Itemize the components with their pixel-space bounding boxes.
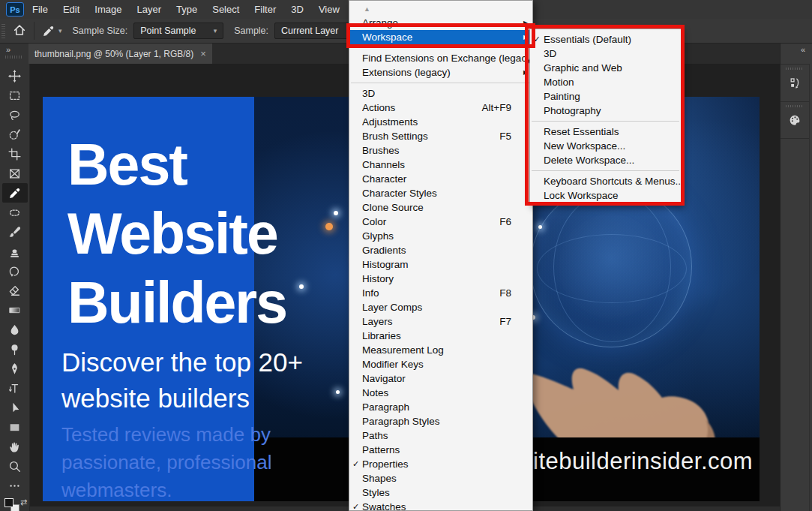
sample-size-dropdown[interactable]: Point Sample ▾ [133, 23, 223, 39]
orange-bokeh-dot [325, 223, 333, 230]
collapse-panels-icon[interactable]: « [801, 45, 805, 54]
foreground-background-colors[interactable]: ⇄ [4, 497, 25, 511]
window-menu-item-patterns[interactable]: Patterns [349, 443, 532, 457]
frame-tool[interactable] [2, 164, 28, 183]
menu-item-label: Layer Comps [362, 302, 511, 313]
zoom-tool[interactable] [2, 456, 28, 476]
window-menu-item-glyphs[interactable]: Glyphs [349, 229, 532, 243]
window-menu-item-histogram[interactable]: Histogram [349, 257, 532, 272]
window-menu-item-measurement-log[interactable]: Measurement Log [349, 343, 532, 357]
menu-item-label: Paragraph [362, 401, 511, 413]
bokeh-dot [334, 211, 338, 215]
eyedropper-tool[interactable] [2, 183, 28, 203]
dock-divider [809, 64, 810, 511]
document-tab[interactable]: thumbnail.png @ 50% (Layer 1, RGB/8) × [28, 44, 212, 64]
menu-item-label: 3D [362, 88, 511, 99]
sample-size-label: Sample Size: [73, 26, 128, 36]
pen-tool[interactable] [2, 359, 28, 378]
history-panel-button[interactable] [781, 64, 809, 101]
home-icon[interactable] [13, 23, 26, 39]
hand-tool[interactable] [2, 437, 28, 456]
right-panel-dock: « [780, 44, 812, 511]
window-menu-item-history[interactable]: History [349, 272, 532, 286]
checkmark-icon: ✓ [349, 502, 362, 511]
photoshop-window: itebuilderinsider.com Best Website Build… [0, 0, 812, 511]
menubar-item-select[interactable]: Select [205, 2, 246, 17]
window-menu-item-modifier-keys[interactable]: Modifier Keys [349, 357, 532, 371]
foreground-color-swatch[interactable] [4, 498, 13, 507]
menu-item-label: Gradients [362, 245, 511, 256]
brush-icon [8, 226, 21, 239]
menu-item-label: Color [362, 216, 499, 227]
menubar-item-layer[interactable]: Layer [130, 2, 169, 17]
options-bar-grip[interactable] [1, 23, 5, 38]
window-menu-item-extensions-legacy[interactable]: Extensions (legacy)▶ [349, 65, 532, 80]
blur-icon [8, 323, 21, 336]
eyedropper-tool-preset[interactable]: ▾ [42, 25, 62, 38]
window-menu-item-brushes[interactable]: Brushes [349, 143, 532, 158]
menubar-item-3d[interactable]: 3D [284, 2, 310, 17]
menubar-item-view[interactable]: View [312, 2, 346, 17]
window-menu-item-find-extensions-on-exchange-legacy[interactable]: Find Extensions on Exchange (legacy)... [349, 51, 532, 65]
rectangular-marquee-tool[interactable] [2, 86, 28, 105]
window-menu-item-properties[interactable]: ✓Properties [349, 457, 532, 471]
window-menu-item-paragraph[interactable]: Paragraph [349, 400, 532, 414]
lasso-tool[interactable] [2, 105, 28, 125]
menu-item-label: Modifier Keys [362, 359, 511, 370]
menubar-item-filter[interactable]: Filter [247, 2, 283, 17]
window-menu-item-channels[interactable]: Channels [349, 158, 532, 172]
object-selection-tool[interactable] [2, 125, 28, 144]
edit-toolbar-tool[interactable] [2, 476, 28, 495]
close-tab-icon[interactable]: × [200, 48, 206, 59]
window-menu-item-3d[interactable]: 3D [349, 86, 532, 101]
window-menu-item-color[interactable]: ColorF6 [349, 215, 532, 229]
type-tool[interactable] [2, 378, 28, 398]
rectangle-tool[interactable] [2, 417, 28, 437]
panel-grip[interactable] [5, 56, 23, 59]
window-menu-item-swatches[interactable]: ✓Swatches [349, 500, 532, 511]
spot-healing-brush-tool[interactable] [2, 203, 28, 222]
gradient-tool[interactable] [2, 300, 28, 320]
window-menu-item-notes[interactable]: Notes [349, 386, 532, 400]
tools-panel-header: » [0, 44, 28, 64]
window-menu-item-navigator[interactable]: Navigator [349, 371, 532, 386]
window-menu-item-actions[interactable]: ActionsAlt+F9 [349, 101, 532, 115]
expand-panel-icon[interactable]: » [6, 45, 10, 54]
window-menu-item-paragraph-styles[interactable]: Paragraph Styles [349, 414, 532, 428]
window-menu-item-brush-settings[interactable]: Brush SettingsF5 [349, 129, 532, 143]
menu-item-label: Shapes [362, 473, 511, 484]
menubar-item-image[interactable]: Image [88, 2, 128, 17]
menu-item-label: Measurement Log [362, 344, 511, 356]
pen-icon [8, 362, 21, 375]
menubar-item-file[interactable]: File [25, 2, 55, 17]
menubar-item-edit[interactable]: Edit [56, 2, 86, 17]
swap-colors-icon[interactable]: ⇄ [20, 497, 27, 507]
color-panel-button[interactable] [781, 101, 809, 139]
crop-tool[interactable] [2, 144, 28, 164]
window-menu-item-shapes[interactable]: Shapes [349, 471, 532, 485]
window-menu-item-info[interactable]: InfoF8 [349, 286, 532, 300]
window-menu-item-styles[interactable]: Styles [349, 485, 532, 500]
move-tool[interactable] [2, 66, 28, 86]
history-brush-tool[interactable] [2, 261, 28, 281]
window-menu-item-gradients[interactable]: Gradients [349, 243, 532, 257]
blur-tool[interactable] [2, 320, 28, 339]
window-menu-item-libraries[interactable]: Libraries [349, 329, 532, 343]
zoom-icon [8, 460, 21, 473]
window-menu-item-character-styles[interactable]: Character Styles [349, 186, 532, 200]
window-menu-item-character[interactable]: Character [349, 172, 532, 186]
window-menu-item-layer-comps[interactable]: Layer Comps [349, 300, 532, 314]
path-selection-tool[interactable] [2, 398, 28, 417]
dodge-tool[interactable] [2, 339, 28, 359]
eraser-tool[interactable] [2, 281, 28, 300]
brush-tool[interactable] [2, 222, 28, 242]
window-menu-scroll-up-icon[interactable]: ▲ [349, 5, 532, 16]
window-menu-item-clone-source[interactable]: Clone Source [349, 200, 532, 215]
gradient-icon [8, 304, 21, 317]
menubar-item-type[interactable]: Type [169, 2, 204, 17]
clone-stamp-tool[interactable] [2, 242, 28, 261]
window-menu-item-layers[interactable]: LayersF7 [349, 314, 532, 329]
panel-grip [786, 68, 804, 70]
window-menu-item-paths[interactable]: Paths [349, 428, 532, 443]
window-menu-item-adjustments[interactable]: Adjustments [349, 115, 532, 129]
